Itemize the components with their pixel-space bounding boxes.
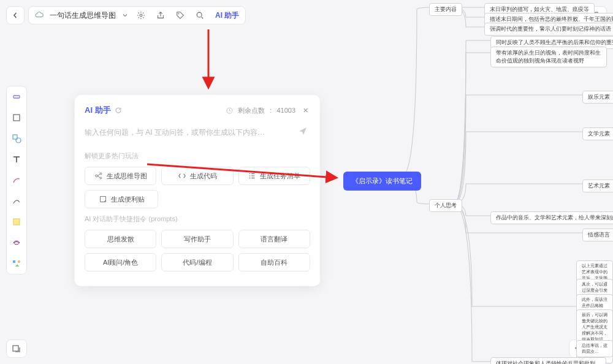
tool-pen[interactable] (10, 173, 23, 187)
chip-consult[interactable]: AI顾问/角色 (85, 253, 156, 271)
left-toolbox (6, 86, 27, 275)
section-prompts-label: AI 对话助手快捷指令 (prompts) (85, 214, 310, 224)
back-button[interactable] (6, 6, 25, 25)
tool-select[interactable] (10, 90, 23, 104)
svg-point-0 (140, 14, 142, 17)
svg-rect-9 (13, 260, 15, 263)
mm-node[interactable]: 情感语言 (582, 229, 613, 241)
ai-input[interactable] (85, 123, 293, 142)
mm-node[interactable]: 艺术元素 (582, 180, 613, 192)
settings-gear-icon[interactable] (134, 9, 148, 22)
svg-point-1 (178, 13, 180, 15)
close-button[interactable]: ✕ (300, 105, 310, 115)
mm-node-main-content[interactable]: 主要内容 (429, 3, 462, 16)
svg-point-7 (16, 138, 21, 143)
mm-node[interactable]: 文学元素 (582, 127, 613, 140)
svg-point-13 (95, 175, 97, 177)
chip-diverge[interactable]: 思维发散 (85, 230, 156, 248)
chip-mindmap[interactable]: 生成思维导图 (85, 167, 156, 185)
svg-rect-4 (13, 96, 20, 98)
chip-code[interactable]: 生成代码 (161, 167, 233, 185)
chip-encyclopedia[interactable]: 自助百科 (238, 253, 310, 271)
chip-coding[interactable]: 代码/编程 (161, 253, 233, 271)
ai-panel-title: AI 助手 (85, 105, 111, 116)
svg-rect-11 (13, 346, 18, 351)
title-pill[interactable]: 一句话生成思维导图 AI 助手 (28, 6, 246, 25)
mm-node-personal[interactable]: 个人思考 (429, 199, 462, 212)
mm-node[interactable]: 总括来说，这四层次… (576, 340, 613, 357)
tool-sticky[interactable] (10, 215, 23, 229)
clock-icon (226, 107, 233, 114)
ai-assistant-label[interactable]: AI 助手 (215, 10, 239, 21)
layers-button[interactable] (6, 339, 27, 358)
svg-point-15 (100, 177, 102, 179)
tool-text[interactable] (10, 153, 23, 166)
svg-point-10 (18, 260, 20, 263)
section-hot-label: 解锁更多热门玩法 (85, 151, 310, 161)
svg-point-14 (100, 173, 102, 175)
mm-node[interactable]: 带有浓厚的从生日的视角，表时间跨度和生命价值观的独到视角体现在读者视野 (490, 47, 607, 67)
tool-shape[interactable] (10, 132, 23, 145)
tag-icon[interactable] (173, 9, 187, 22)
send-button[interactable] (298, 126, 310, 138)
svg-rect-5 (13, 115, 20, 121)
mm-node[interactable]: 体现对社会现象和人类特性的反思和批判… (490, 357, 606, 364)
chip-writing[interactable]: 写作助手 (161, 230, 233, 248)
points-label: 剩余点数 (238, 106, 265, 115)
chip-sticky[interactable]: 生成便利贴 (85, 190, 158, 208)
svg-point-2 (197, 12, 202, 17)
svg-rect-8 (13, 219, 20, 225)
document-title: 一句话生成思维导图 (50, 10, 116, 21)
points-value: 41003 (276, 107, 295, 114)
mindmap-central-node[interactable]: 《启示录》读书笔记 (343, 172, 421, 191)
tool-mindmap[interactable] (10, 236, 23, 249)
tool-frame[interactable] (10, 111, 23, 124)
export-icon[interactable] (154, 9, 167, 22)
search-icon[interactable] (193, 9, 207, 22)
cloud-icon (35, 11, 44, 20)
tool-connector[interactable] (10, 194, 23, 208)
chevron-down-icon (122, 12, 128, 18)
chip-tasklist[interactable]: 生成任务清单 (238, 167, 310, 185)
tool-more[interactable] (10, 257, 23, 270)
mm-node[interactable]: 强调时代的重要性，警示人们要时刻记得神的话语 (484, 23, 613, 36)
chip-translate[interactable]: 语言翻译 (238, 230, 310, 248)
ai-assistant-panel: AI 助手 剩余点数: 41003 ✕ 解锁更多热门玩法 生成思维导图 生成代码… (75, 95, 320, 286)
mm-node[interactable]: 作品中的音乐、文学和艺术元素，给人带来深刻的情感体验 (490, 211, 613, 224)
refresh-icon[interactable] (115, 107, 122, 114)
mm-node[interactable]: 娱乐元素 (582, 91, 613, 104)
